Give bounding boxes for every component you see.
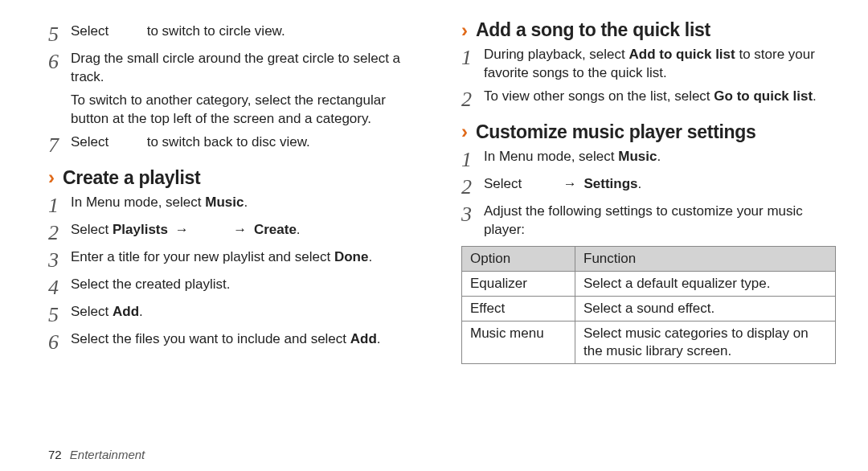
col-function: Function [575, 246, 836, 271]
step-body: Select the created playlist. [71, 276, 423, 294]
numbered-step: 5Select Add. [48, 303, 423, 326]
table-row: EffectSelect a sound effect. [462, 296, 836, 321]
heading-text: Create a playlist [63, 167, 200, 189]
page-number: 72 [48, 448, 62, 461]
chevron-icon: › [461, 122, 468, 141]
step-text: In Menu mode, select Music. [71, 195, 248, 210]
numbered-step: 1During playback, select Add to quick li… [461, 46, 836, 83]
numbered-step: 3Enter a title for your new playlist and… [48, 248, 423, 271]
step-number: 5 [48, 23, 71, 45]
step-body: In Menu mode, select Music. [484, 148, 836, 166]
step-text: Enter a title for your new playlist and … [71, 249, 372, 264]
step-body: Select Playlists → → Create. [71, 221, 423, 240]
numbered-step: 2Select → Settings. [461, 175, 836, 198]
chevron-icon: › [461, 21, 468, 40]
page-footer: 72 Entertainment [48, 448, 836, 461]
step-body: Select to switch back to disc view. [71, 133, 423, 152]
step-number: 5 [48, 303, 71, 326]
heading-quicklist: › Add a song to the quick list [461, 19, 836, 41]
step-text: Select → Settings. [484, 176, 641, 191]
step-text: In Menu mode, select Music. [484, 149, 661, 164]
col-option: Option [462, 246, 575, 271]
numbered-step: 2To view other songs on the list, select… [461, 88, 836, 110]
step-text: Select to switch back to disc view. [71, 134, 310, 149]
numbered-step: 7Select to switch back to disc view. [48, 133, 423, 156]
heading-settings: › Customize music player settings [461, 121, 836, 143]
step-body: During playback, select Add to quick lis… [484, 46, 836, 83]
numbered-step: 1In Menu mode, select Music. [461, 148, 836, 170]
numbered-step: 5Select to switch to circle view. [48, 23, 423, 45]
step-number: 7 [48, 133, 71, 156]
numbered-step: 6Select the files you want to include an… [48, 330, 423, 353]
step-body: To view other songs on the list, select … [484, 88, 836, 106]
step-body: Adjust the following settings to customi… [484, 203, 836, 240]
step-number: 6 [48, 330, 71, 353]
numbered-step: 4Select the created playlist. [48, 276, 423, 298]
step-body: Enter a title for your new playlist and … [71, 248, 423, 267]
step-text: To view other songs on the list, select … [484, 88, 817, 104]
function-cell: Select a default equalizer type. [575, 271, 836, 296]
step-number: 3 [461, 203, 484, 225]
step-text: Select to switch to circle view. [71, 23, 285, 39]
manual-page: 5Select to switch to circle view.6Drag t… [0, 0, 868, 471]
step-number: 2 [461, 88, 484, 110]
step-number: 2 [48, 221, 71, 244]
numbered-step: 6Drag the small circle around the great … [48, 50, 423, 129]
step-text: Select Playlists → → Create. [71, 222, 301, 237]
settings-steps: 1In Menu mode, select Music.2Select → Se… [461, 148, 836, 240]
function-cell: Select a sound effect. [575, 296, 836, 321]
section-name: Entertainment [70, 448, 145, 461]
step-number: 6 [48, 50, 71, 72]
option-cell: Effect [462, 296, 575, 321]
heading-text: Customize music player settings [476, 121, 756, 143]
heading-text: Add a song to the quick list [476, 19, 710, 41]
numbered-step: 3Adjust the following settings to custom… [461, 203, 836, 240]
option-cell: Music menu [462, 322, 575, 364]
two-column-layout: 5Select to switch to circle view.6Drag t… [48, 19, 836, 448]
step-body: Select to switch to circle view. [71, 23, 423, 41]
step-body: Select the files you want to include and… [71, 330, 423, 349]
step-number: 1 [461, 148, 484, 170]
option-cell: Equalizer [462, 271, 575, 296]
table-header-row: Option Function [462, 246, 836, 271]
step-text: Select Add. [71, 304, 143, 319]
step-text: During playback, select Add to quick lis… [484, 47, 815, 80]
numbered-step: 2Select Playlists → → Create. [48, 221, 423, 244]
step-body: Drag the small circle around the great c… [71, 50, 423, 129]
continued-steps: 5Select to switch to circle view.6Drag t… [48, 23, 423, 156]
playlist-steps: 1In Menu mode, select Music.2Select Play… [48, 194, 423, 353]
step-number: 3 [48, 248, 71, 271]
step-text: Drag the small circle around the great c… [71, 51, 400, 84]
step-number: 4 [48, 276, 71, 298]
table-row: EqualizerSelect a default equalizer type… [462, 271, 836, 296]
heading-create-playlist: › Create a playlist [48, 167, 423, 189]
step-text: Select the files you want to include and… [71, 331, 381, 346]
step-subtext: To switch to another category, select th… [71, 92, 423, 129]
step-number: 1 [461, 46, 484, 68]
step-body: In Menu mode, select Music. [71, 194, 423, 212]
left-column: 5Select to switch to circle view.6Drag t… [48, 19, 423, 448]
numbered-step: 1In Menu mode, select Music. [48, 194, 423, 216]
step-text: Adjust the following settings to customi… [484, 203, 803, 237]
step-body: Select Add. [71, 303, 423, 322]
function-cell: Select music categories to display on th… [575, 322, 836, 364]
step-body: Select → Settings. [484, 175, 836, 194]
step-number: 2 [461, 175, 484, 198]
chevron-icon: › [48, 168, 55, 187]
quicklist-steps: 1During playback, select Add to quick li… [461, 46, 836, 110]
step-text: Select the created playlist. [71, 276, 230, 292]
step-number: 1 [48, 194, 71, 216]
settings-table: Option Function EqualizerSelect a defaul… [461, 246, 836, 364]
table-row: Music menuSelect music categories to dis… [462, 322, 836, 364]
right-column: › Add a song to the quick list 1During p… [461, 19, 836, 448]
